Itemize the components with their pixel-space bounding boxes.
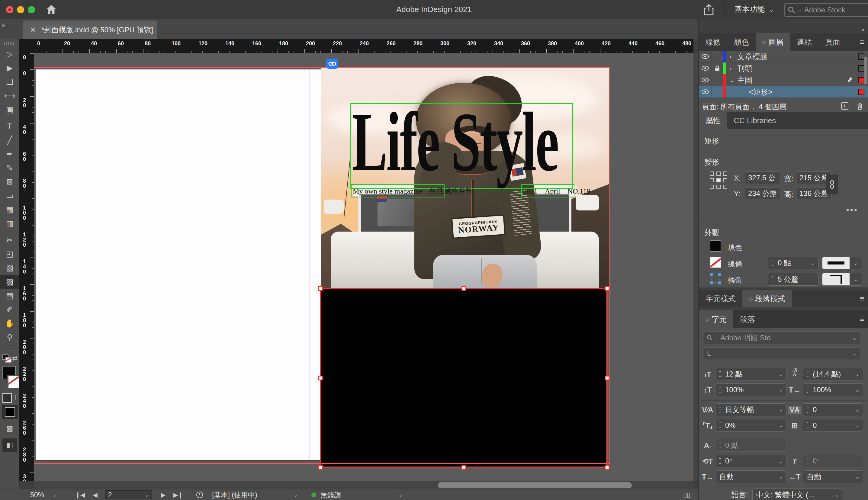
chevron-down-icon[interactable]: ⌄ <box>399 491 403 498</box>
tab-paragraph[interactable]: 段落 <box>733 310 762 328</box>
disclosure-icon[interactable]: › <box>729 53 737 60</box>
panel-menu-icon[interactable]: ≡ <box>860 37 864 47</box>
panel-grip[interactable] <box>4 42 15 45</box>
layer-proxy-square[interactable] <box>858 77 864 83</box>
selection-handle[interactable] <box>462 465 466 470</box>
tagline-right-frame[interactable]: 2021 April NO.119 <box>521 184 574 197</box>
new-layer-icon[interactable] <box>841 102 849 112</box>
default-fill-stroke-icon[interactable] <box>2 354 11 362</box>
tagline-left-frame[interactable]: My own style magazine 生活風格月刊 <box>351 184 444 197</box>
chevron-down-icon[interactable]: ⌄ <box>852 422 863 429</box>
error-status[interactable]: 無錯誤 <box>320 490 341 500</box>
screen-mode-button[interactable]: ◧ <box>2 439 17 452</box>
panel-menu-icon[interactable]: ≡ <box>860 315 864 324</box>
apply-color-button[interactable] <box>2 405 18 419</box>
tab-paragraph-styles[interactable]: ◇段落樣式 <box>742 290 792 307</box>
baseline-shift-field[interactable]: ⌃⌄0 點 <box>715 439 787 452</box>
layer-proxy-square[interactable] <box>858 89 864 95</box>
ruler-origin-corner[interactable] <box>19 39 34 53</box>
layer-row[interactable]: › 文章標題 <box>699 51 868 62</box>
chevron-down-icon[interactable]: ⌄ <box>852 387 863 393</box>
layer-row[interactable]: › 刊頭 <box>699 62 868 74</box>
horizontal-scroll-thumb[interactable] <box>438 482 632 488</box>
reference-point-proxy[interactable] <box>710 171 730 191</box>
selection-handle[interactable] <box>318 376 323 380</box>
stroke-label[interactable]: 線條 <box>728 259 742 269</box>
tab-stroke[interactable]: 線條 <box>699 33 727 51</box>
grid-jidori-field[interactable]: ⌃⌄0⌄ <box>803 419 863 432</box>
lock-cell[interactable] <box>712 74 723 86</box>
tracking-field[interactable]: ⌃⌄0⌄ <box>803 404 863 416</box>
panel-scroll-thumb[interactable] <box>864 57 867 84</box>
layer-row-selected[interactable]: <矩形> <box>699 86 868 98</box>
close-tab-icon[interactable]: ✕ <box>30 26 36 34</box>
font-size-field[interactable]: ⌃⌄12 點⌄ <box>715 368 787 380</box>
visibility-eye-icon[interactable] <box>699 62 712 74</box>
spread-view-icon[interactable]: ▯▯ <box>683 491 690 499</box>
corner-label[interactable]: 轉角 <box>728 275 742 285</box>
workspace-switcher[interactable]: 基本功能⌄ <box>734 4 774 14</box>
document-tab[interactable]: ✕ *封面模版.indd @ 50% [GPU 預覽] <box>23 21 157 39</box>
layer-row[interactable]: ⌄ 主圖 <box>699 74 868 86</box>
chevron-down-icon[interactable]: ⌄ <box>832 492 843 498</box>
next-page-button[interactable]: ▶ <box>161 491 166 499</box>
hand-tool[interactable]: ✋ <box>0 316 19 330</box>
horizontal-scale-field[interactable]: ⌃⌄100%⌄ <box>803 384 863 396</box>
first-page-button[interactable]: ❙◀ <box>75 491 85 499</box>
zoom-tool[interactable]: ⚲ <box>0 330 19 344</box>
chevron-down-icon[interactable]: ⌄ <box>775 474 786 480</box>
stroke-type-dropdown[interactable]: ⌄ <box>822 257 862 269</box>
character-rotation-field[interactable]: ⌃⌄0°⌄ <box>715 455 787 467</box>
lock-cell[interactable] <box>712 86 723 98</box>
page-tool[interactable]: ❏ <box>0 75 19 89</box>
font-family-field[interactable]: ⌄ Adobe 明體 Std ⌄ <box>703 331 860 344</box>
object-name[interactable]: <矩形> <box>729 87 858 97</box>
stepper-icon[interactable]: ⌃⌄ <box>768 260 777 266</box>
selection-handle[interactable] <box>605 465 609 470</box>
formatting-affects-text-button[interactable]: T <box>13 393 18 401</box>
tab-color[interactable]: 顏色 <box>727 33 756 51</box>
selection-handle[interactable] <box>605 376 609 380</box>
pencil-tool[interactable]: ✎ <box>0 161 19 175</box>
constrain-proportions-link[interactable] <box>826 174 838 194</box>
chevron-down-icon[interactable]: ⌄ <box>775 458 786 464</box>
corner-shape-dropdown[interactable]: ⌄ <box>822 273 862 286</box>
horizontal-grid-tool[interactable]: ▦ <box>0 203 19 216</box>
layer-proxy-square[interactable] <box>858 65 864 71</box>
tab-pages[interactable]: 頁面 <box>819 33 847 51</box>
last-page-button[interactable]: ▶❙ <box>173 491 183 499</box>
frame-tool[interactable]: ⊠ <box>0 175 19 189</box>
chevron-down-icon[interactable]: ⌄ <box>775 387 786 393</box>
fill-swatch[interactable] <box>710 240 721 252</box>
font-style-field[interactable]: L ⌄ <box>703 347 860 360</box>
vertical-grid-tool[interactable]: ▥ <box>0 216 19 230</box>
apply-gradient-button[interactable]: ▩ <box>2 423 17 434</box>
language-field[interactable]: 中文: 繁體中文 (... ⌄ <box>752 489 843 500</box>
selection-handle[interactable] <box>318 286 323 291</box>
layer-name[interactable]: 刊頭 <box>737 64 858 73</box>
selection-handle[interactable] <box>605 286 609 291</box>
masthead-text-frame[interactable]: Life Style <box>350 103 573 189</box>
tab-layers[interactable]: ◇圖層 <box>756 33 790 51</box>
panel-menu-icon[interactable]: ≡ <box>860 294 864 304</box>
chevron-down-icon[interactable]: ⌄ <box>807 260 818 266</box>
x-field[interactable]: 327.5 公 <box>745 171 780 184</box>
visibility-eye-icon[interactable] <box>699 74 712 86</box>
horizontal-ruler[interactable]: 0204060801001201401601802002202402602803… <box>34 39 694 53</box>
pen-tool[interactable]: ✒ <box>0 147 19 161</box>
skew-field[interactable]: ⌃⌄0° <box>803 455 863 467</box>
vertical-ruler[interactable]: 0020406080100120140160180200220240260280… <box>19 53 34 481</box>
rectangle-tool[interactable]: ▭ <box>0 189 19 203</box>
more-options-icon[interactable]: ••• <box>846 205 858 215</box>
swap-fill-stroke-icon[interactable]: ⇄ <box>12 354 18 362</box>
chevron-down-icon[interactable]: ⌄ <box>775 407 786 413</box>
zoom-level[interactable]: 50% <box>30 491 44 499</box>
chevron-down-icon[interactable]: ⌄ <box>852 407 863 413</box>
selection-handle[interactable] <box>318 465 323 470</box>
direct-selection-tool[interactable]: ▶ <box>0 61 19 75</box>
visibility-eye-icon[interactable] <box>699 86 712 98</box>
selection-bounding-box[interactable] <box>320 288 608 468</box>
gradient-swatch-tool[interactable]: ▧ <box>0 261 19 275</box>
stroke-weight-field[interactable]: ⌃⌄ 0 點 ⌄ <box>768 257 819 269</box>
scissors-tool[interactable]: ✂ <box>0 233 19 247</box>
